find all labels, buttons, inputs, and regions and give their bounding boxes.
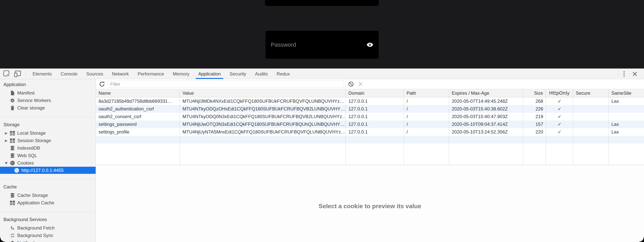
- twisty-collapsed-icon[interactable]: ▶: [5, 131, 10, 135]
- cookie-row[interactable]: settings_password MTU4NjUwOTQ3N3xEdi1CQk…: [96, 120, 644, 128]
- cell-path: /: [404, 128, 449, 136]
- cell-value: MTU4NjUyNTA5MnxEdi1CQkFFQ180SUFBUkFCRUFB…: [180, 128, 346, 136]
- refresh-icon[interactable]: [98, 81, 106, 88]
- sidebar-item-cache-storage[interactable]: Cache Storage: [0, 191, 96, 199]
- cookies-toolbar: [96, 79, 644, 89]
- preview-placeholder-message: Select a cookie to preview its value: [96, 203, 644, 210]
- cell-samesite: Lax: [609, 128, 644, 136]
- show-password-eye-icon[interactable]: [366, 41, 374, 49]
- clear-all-cookies-icon[interactable]: [348, 81, 354, 88]
- column-header-domain[interactable]: Domain: [346, 89, 404, 97]
- sidebar-item-label: Notifications: [17, 240, 42, 242]
- column-header-value[interactable]: Value: [180, 89, 346, 97]
- tab-network[interactable]: Network: [108, 69, 133, 79]
- sidebar-item-cookie-origin-selected[interactable]: http://127.0.0.1:4455: [0, 167, 96, 174]
- cell-name: 8a3d27185b49d7758d8bb669331…: [96, 97, 180, 105]
- table-icon: [10, 200, 15, 206]
- inspect-element-icon[interactable]: [3, 70, 11, 78]
- sidebar-item-web-sql[interactable]: Web SQL: [0, 152, 96, 159]
- cell-httponly: ✓: [546, 128, 573, 136]
- sidebar-section-cache: Cache Cache Storage: [0, 179, 96, 212]
- cookie-row[interactable]: oauth2_consent_csrf MTU4NTkyODQ0N3xEdi1C…: [96, 113, 644, 120]
- cookie-origin-label: http://127.0.0.1:4455: [22, 168, 64, 173]
- cookie-table-body: 8a3d27185b49d7758d8bb669331… MTU4NjI3MDk…: [96, 97, 644, 165]
- bell-icon: [10, 240, 15, 242]
- cell-domain: 127.0.0.1: [346, 113, 404, 120]
- cookie-row[interactable]: oauth2_authentication_csrf MTU4NTkyODQzO…: [96, 105, 644, 113]
- twisty-expanded-icon[interactable]: ▼: [5, 161, 10, 165]
- gear-icon: [10, 97, 15, 103]
- cell-name: settings_profile: [96, 128, 180, 136]
- tab-application[interactable]: Application: [194, 69, 225, 79]
- tabbar-divider: [618, 71, 618, 77]
- sidebar-section-application: Application Manifest: [0, 79, 96, 117]
- cell-value: MTU4NjUwOTQ3N3xEdi1CQkFFQ180SUFBUkFCRUFB…: [180, 120, 346, 128]
- database-icon: [10, 192, 15, 198]
- column-header-httponly[interactable]: HttpOnly: [546, 89, 573, 97]
- sidebar-item-clear-storage[interactable]: Clear storage: [0, 104, 96, 111]
- column-header-samesite[interactable]: SameSite: [609, 89, 644, 97]
- sidebar-item-label: Background Fetch: [17, 225, 55, 231]
- sidebar-item-label: Session Storage: [17, 138, 51, 143]
- cell-size: 220: [523, 128, 546, 136]
- cell-value: MTU4NjI3MDk4NXxEdi1CQkFFQ180SUFBUkFCRUFB…: [180, 97, 346, 105]
- column-header-name[interactable]: Name: [96, 89, 180, 97]
- toolbar-divider: [346, 81, 346, 87]
- cell-size: 219: [523, 113, 546, 120]
- cell-domain: 127.0.0.1: [346, 97, 404, 105]
- tab-performance[interactable]: Performance: [133, 69, 168, 79]
- password-input[interactable]: [270, 41, 366, 48]
- column-header-path[interactable]: Path: [404, 89, 449, 97]
- password-field-container: [266, 31, 379, 59]
- sidebar-item-background-sync[interactable]: Background Sync: [0, 232, 96, 239]
- delete-selected-icon[interactable]: [357, 81, 364, 88]
- sidebar-item-background-fetch[interactable]: Background Fetch: [0, 224, 96, 232]
- cell-name: oauth2_authentication_csrf: [96, 105, 180, 113]
- twisty-collapsed-icon[interactable]: ▶: [5, 139, 10, 143]
- devtools-tabbar: Elements Console Sources Network Perform…: [0, 68, 644, 79]
- sidebar-item-manifest[interactable]: Manifest: [0, 89, 96, 97]
- cell-httponly: ✓: [546, 120, 573, 128]
- tab-sources[interactable]: Sources: [82, 69, 108, 79]
- sidebar-item-indexeddb[interactable]: IndexedDB: [0, 144, 96, 152]
- cell-expires: 2020-05-10T13:24:52.356Z: [449, 128, 523, 136]
- device-toolbar-icon[interactable]: [14, 70, 22, 78]
- login-page-background: [0, 0, 644, 68]
- cell-size: 268: [523, 97, 546, 105]
- cell-samesite: Lax: [609, 120, 644, 128]
- tab-memory[interactable]: Memory: [168, 69, 194, 79]
- sidebar-item-cookies[interactable]: ▼ Cookies: [0, 159, 96, 167]
- tab-audits[interactable]: Audits: [250, 69, 272, 79]
- sidebar-item-local-storage[interactable]: ▶ Local Storage: [0, 129, 96, 137]
- application-sidebar: Application Manifest: [0, 79, 96, 242]
- sidebar-item-application-cache[interactable]: Application Cache: [0, 199, 96, 206]
- cookie-row[interactable]: settings_profile MTU4NjUyNTA5MnxEdi1CQkF…: [96, 128, 644, 136]
- column-header-secure[interactable]: Secure: [573, 89, 609, 97]
- cell-httponly: ✓: [546, 97, 573, 105]
- sidebar-section-background-services: Background Services Background Fetch: [0, 212, 96, 242]
- cell-expires: 2020-05-07T14:49:45.248Z: [449, 97, 523, 105]
- tab-redux[interactable]: Redux: [272, 69, 294, 79]
- sidebar-item-session-storage[interactable]: ▶ Session Storage: [0, 137, 96, 144]
- kebab-menu-icon[interactable]: [620, 70, 628, 78]
- cookie-value-preview-pane: Select a cookie to preview its value: [96, 165, 644, 242]
- sidebar-item-label: Application Cache: [17, 200, 54, 205]
- column-header-size[interactable]: Size: [523, 89, 546, 97]
- email-field-cutoff[interactable]: [265, 0, 379, 6]
- filter-input[interactable]: [108, 81, 344, 88]
- close-devtools-icon[interactable]: [630, 70, 639, 78]
- tab-console[interactable]: Console: [56, 69, 82, 79]
- cell-expires: 2020-05-10T09:04:37.414Z: [449, 120, 523, 128]
- sidebar-item-service-workers[interactable]: Service Workers: [0, 97, 96, 104]
- sidebar-section-storage: Storage ▶ Local Storage: [0, 117, 96, 179]
- tab-elements[interactable]: Elements: [28, 69, 56, 79]
- column-header-expires[interactable]: Expires / Max-Age: [449, 89, 523, 97]
- cell-path: /: [404, 113, 449, 120]
- cookie-row[interactable]: 8a3d27185b49d7758d8bb669331… MTU4NjI3MDk…: [96, 97, 644, 105]
- cell-path: /: [404, 97, 449, 105]
- table-icon: [10, 130, 15, 136]
- tab-security[interactable]: Security: [225, 69, 251, 79]
- sidebar-item-notifications[interactable]: Notifications: [0, 239, 96, 242]
- cell-name: oauth2_consent_csrf: [96, 113, 180, 120]
- cell-domain: 127.0.0.1: [346, 120, 404, 128]
